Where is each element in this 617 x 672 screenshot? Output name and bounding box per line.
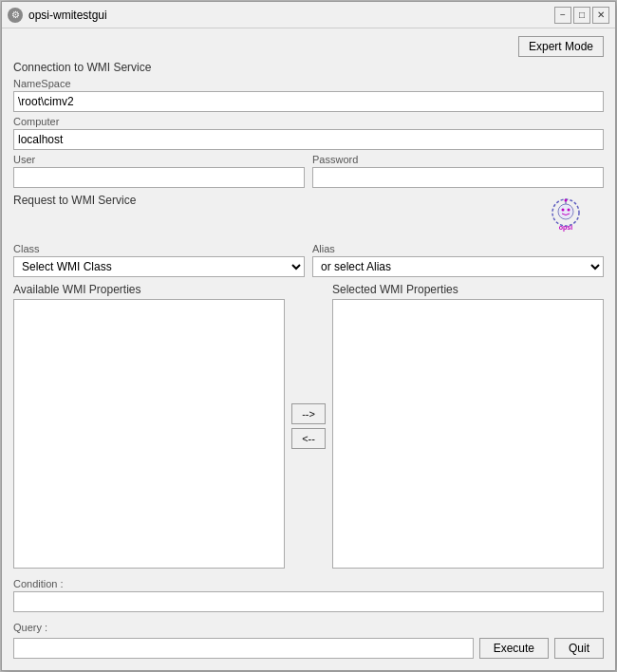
password-label: Password [312, 154, 604, 165]
selected-props-panel: Selected WMI Properties [332, 283, 604, 569]
namespace-label: NameSpace [13, 78, 604, 89]
user-col: User [13, 150, 305, 188]
condition-row: Condition : [13, 574, 604, 612]
svg-point-5 [565, 199, 568, 202]
main-content: Expert Mode Connection to WMI Service Na… [2, 28, 615, 670]
query-input-row: Execute Quit [13, 638, 604, 659]
alias-dropdown[interactable]: or select Alias [312, 256, 604, 277]
alias-label: Alias [312, 243, 604, 254]
available-props-panel: Available WMI Properties [13, 283, 285, 569]
computer-label: Computer [13, 116, 604, 127]
user-input[interactable] [13, 167, 305, 188]
class-col: Class Select WMI Class [13, 239, 305, 277]
password-input[interactable] [312, 167, 604, 188]
opsi-logo-area: opsi [528, 194, 604, 235]
quit-button[interactable]: Quit [554, 638, 604, 659]
top-toolbar: Expert Mode [13, 36, 604, 57]
request-label: Request to WMI Service [13, 194, 528, 207]
query-input[interactable] [13, 638, 474, 659]
connection-section: Connection to WMI Service NameSpace Comp… [13, 61, 604, 188]
namespace-input[interactable] [13, 91, 604, 112]
arrows-column: --> <-- [285, 283, 332, 569]
available-props-list[interactable] [13, 299, 285, 569]
condition-input[interactable] [13, 591, 604, 612]
svg-text:opsi: opsi [559, 224, 572, 232]
title-bar-left: ⚙ opsi-wmitestgui [8, 8, 107, 23]
window-title: opsi-wmitestgui [28, 9, 107, 22]
alias-col: Alias or select Alias [312, 239, 604, 277]
available-props-label: Available WMI Properties [13, 283, 285, 296]
connection-label: Connection to WMI Service [13, 61, 604, 74]
window-controls: − □ ✕ [554, 7, 609, 24]
app-icon: ⚙ [8, 8, 23, 23]
user-label: User [13, 154, 305, 165]
request-section-label-area: Request to WMI Service [13, 194, 528, 210]
title-bar: ⚙ opsi-wmitestgui − □ ✕ [2, 2, 615, 28]
opsi-logo: opsi [545, 194, 587, 235]
query-row: Query : Execute Quit [13, 618, 604, 659]
query-label: Query : [13, 622, 604, 633]
condition-label: Condition : [13, 578, 604, 589]
selected-props-list[interactable] [332, 299, 604, 569]
minimize-button[interactable]: − [554, 7, 571, 24]
class-dropdown[interactable]: Select WMI Class [13, 256, 305, 277]
user-password-row: User Password [13, 150, 604, 188]
close-button[interactable]: ✕ [592, 7, 609, 24]
execute-button[interactable]: Execute [479, 638, 549, 659]
expert-mode-button[interactable]: Expert Mode [518, 36, 604, 57]
properties-section: Available WMI Properties --> <-- Selecte… [13, 283, 604, 569]
move-left-button[interactable]: <-- [291, 428, 326, 449]
computer-input[interactable] [13, 129, 604, 150]
svg-point-3 [568, 209, 570, 212]
selected-props-label: Selected WMI Properties [332, 283, 604, 296]
bottom-section: Condition : Query : Execute Quit [13, 574, 604, 663]
move-right-button[interactable]: --> [291, 403, 326, 424]
class-label: Class [13, 243, 305, 254]
maximize-button[interactable]: □ [573, 7, 590, 24]
password-col: Password [312, 150, 604, 188]
request-header-row: Request to WMI Service [13, 194, 604, 235]
main-window: ⚙ opsi-wmitestgui − □ ✕ Expert Mode Conn… [1, 1, 616, 671]
svg-point-1 [558, 204, 573, 219]
svg-point-2 [562, 209, 565, 212]
class-alias-row: Class Select WMI Class Alias or select A… [13, 239, 604, 277]
